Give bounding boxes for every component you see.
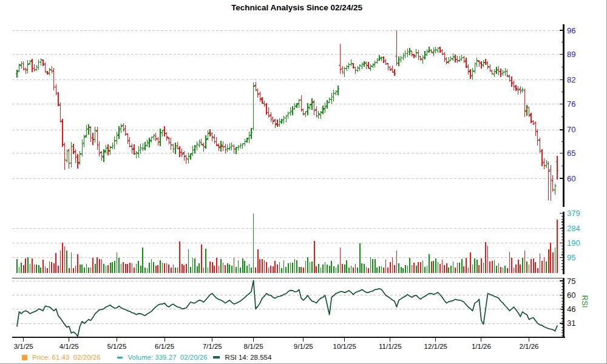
svg-text:10/1/25: 10/1/25 [333, 343, 356, 350]
chart-series [16, 30, 558, 337]
svg-text:284: 284 [567, 224, 580, 233]
gridlines [12, 30, 563, 323]
price-legend-label: Price: 61.43 02/20/26 [32, 354, 101, 361]
svg-text:1/1/26: 1/1/26 [472, 343, 491, 350]
svg-text:8/1/25: 8/1/25 [244, 343, 263, 350]
rsi-axis-title: RSI [580, 295, 589, 308]
rsi-legend-label: RSI 14: 28.554 [225, 354, 272, 361]
svg-text:7/1/25: 7/1/25 [203, 343, 222, 350]
svg-text:11/1/25: 11/1/25 [379, 343, 402, 350]
volume-legend-label: Volume: 339.27 02/20/26 [128, 354, 208, 361]
technical-analysis-chart: Technical Analysis Since 02/24/25 968982… [0, 0, 607, 364]
svg-text:46: 46 [567, 305, 575, 314]
svg-text:9/1/25: 9/1/25 [294, 343, 313, 350]
svg-text:2/1/26: 2/1/26 [520, 343, 539, 350]
svg-text:89: 89 [567, 50, 575, 59]
svg-text:6/1/25: 6/1/25 [155, 343, 174, 350]
volume-legend-marker-icon [117, 357, 123, 359]
svg-text:65: 65 [567, 149, 575, 158]
chart-plot-area[interactable]: Technical Analysis Since 02/24/25 968982… [0, 0, 607, 364]
rsi-legend-marker-icon [213, 356, 220, 359]
svg-text:82: 82 [567, 75, 575, 84]
chart-legend: Price: 61.43 02/20/26 Volume: 339.27 02/… [22, 352, 271, 363]
svg-text:60: 60 [567, 174, 575, 183]
svg-text:5/1/25: 5/1/25 [107, 343, 126, 350]
svg-text:3/1/25: 3/1/25 [14, 343, 33, 350]
svg-text:190: 190 [567, 238, 580, 248]
svg-text:379: 379 [567, 209, 580, 218]
svg-text:75: 75 [567, 277, 575, 286]
svg-text:4/1/25: 4/1/25 [59, 343, 79, 350]
price-legend-marker-icon [22, 355, 27, 360]
axes: 9689827670656037928419095756046313/1/254… [12, 24, 580, 350]
svg-text:76: 76 [567, 99, 575, 109]
chart-title: Technical Analysis Since 02/24/25 [231, 3, 363, 12]
svg-text:95: 95 [567, 253, 575, 262]
svg-text:96: 96 [567, 26, 575, 35]
svg-text:70: 70 [567, 125, 575, 134]
svg-text:12/1/25: 12/1/25 [424, 343, 447, 350]
svg-text:31: 31 [567, 318, 575, 328]
svg-text:60: 60 [567, 291, 575, 300]
